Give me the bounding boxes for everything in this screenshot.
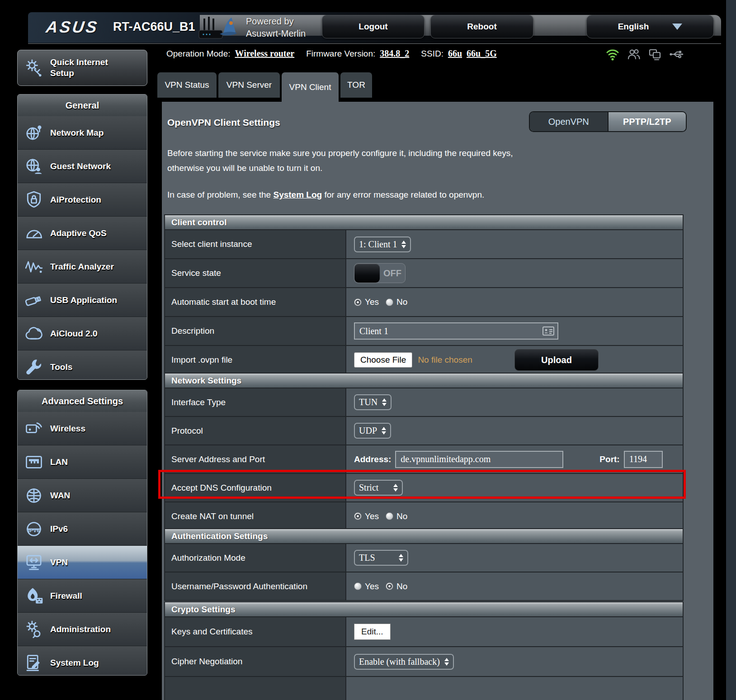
clients-icon[interactable] bbox=[626, 47, 642, 62]
description-input[interactable] bbox=[354, 322, 558, 340]
network-settings-table: Network Settings Interface Type TUN Prot… bbox=[164, 373, 684, 531]
network-map-icon bbox=[18, 123, 50, 143]
wifi-icon[interactable] bbox=[605, 47, 620, 62]
row-label: Create NAT on tunnel bbox=[165, 502, 345, 530]
userpass-no-radio[interactable] bbox=[386, 582, 393, 590]
nat-yes-radio[interactable] bbox=[354, 512, 362, 520]
sidebar-item-label: VPN bbox=[50, 558, 68, 568]
table-row-import-ovpn: Import .ovpn file Choose File No file ch… bbox=[165, 345, 683, 374]
router-model: RT-AC66U_B1 bbox=[113, 20, 195, 34]
service-state-toggle[interactable]: OFF bbox=[354, 263, 406, 283]
operation-mode-value[interactable]: Wireless router bbox=[235, 48, 295, 59]
sidebar-item-quick-internet-setup[interactable]: Quick Internet Setup bbox=[17, 50, 147, 86]
sidebar-item-traffic-analyzer[interactable]: Traffic Analyzer bbox=[18, 250, 147, 283]
usb-icon[interactable] bbox=[669, 47, 684, 62]
yes-label: Yes bbox=[365, 511, 379, 521]
powered-by-line2: Asuswrt-Merlin bbox=[246, 28, 306, 40]
sidebar-item-tools[interactable]: Tools bbox=[18, 350, 147, 380]
select-arrows-icon bbox=[401, 241, 406, 248]
sidebar-item-wireless[interactable]: Wireless bbox=[18, 412, 147, 445]
server-port-input[interactable] bbox=[624, 451, 663, 468]
pptp-l2tp-segment[interactable]: PPTP/L2TP bbox=[608, 112, 686, 131]
ssid-2g-value[interactable]: 66u bbox=[448, 48, 462, 59]
sidebar-item-ipv6[interactable]: IPV6 IPv6 bbox=[18, 512, 147, 545]
tab-vpn-status[interactable]: VPN Status bbox=[157, 72, 217, 98]
powered-by-line1: Powered by bbox=[246, 15, 306, 28]
system-log-link[interactable]: System Log bbox=[273, 190, 322, 199]
select-arrows-icon bbox=[444, 658, 449, 666]
protocol-value: UDP bbox=[359, 426, 377, 436]
sidebar-item-label: AiCloud 2.0 bbox=[50, 329, 98, 339]
crypto-settings-table: Crypto Settings Keys and Certificates Ed… bbox=[164, 601, 684, 700]
interface-type-value: TUN bbox=[359, 397, 377, 407]
usb-stick-icon bbox=[18, 290, 50, 310]
sidebar-item-aiprotection[interactable]: AiProtection bbox=[18, 183, 147, 216]
sidebar-item-label: USB Application bbox=[50, 295, 117, 305]
select-arrows-icon bbox=[382, 427, 386, 435]
sidebar-item-lan[interactable]: LAN bbox=[18, 445, 147, 478]
sidebar-item-administration[interactable]: Administration bbox=[18, 612, 147, 646]
sidebar-item-label: Firewall bbox=[50, 591, 82, 601]
yes-label: Yes bbox=[365, 297, 379, 307]
status-icons bbox=[605, 47, 684, 62]
no-label: No bbox=[396, 582, 407, 591]
row-label: Select client instance bbox=[165, 230, 345, 258]
openvpn-segment[interactable]: OpenVPN bbox=[530, 112, 608, 131]
reboot-button[interactable]: Reboot bbox=[430, 15, 533, 38]
ipv6-icon: IPV6 bbox=[18, 519, 50, 539]
table-row-server-address: Server Address and Port Address: Port: bbox=[165, 445, 683, 473]
language-dropdown[interactable]: English bbox=[586, 15, 714, 38]
autostart-yes-radio[interactable] bbox=[354, 298, 362, 306]
waveform-icon bbox=[18, 257, 50, 277]
sidebar-item-firewall[interactable]: Firewall bbox=[18, 579, 147, 612]
table-row-interface-type: Interface Type TUN bbox=[165, 388, 683, 416]
lan-port-icon bbox=[18, 452, 50, 472]
vpn-tab-bar: VPN Status VPN Server VPN Client TOR bbox=[157, 72, 372, 102]
client-instance-select[interactable]: 1: Client 1 bbox=[354, 236, 411, 252]
tab-vpn-server[interactable]: VPN Server bbox=[218, 72, 280, 98]
sidebar-item-network-map[interactable]: Network Map bbox=[18, 116, 147, 149]
client-list-icon[interactable] bbox=[543, 326, 554, 337]
sidebar-item-label: IPv6 bbox=[50, 524, 68, 534]
sidebar-item-aicloud[interactable]: AiCloud 2.0 bbox=[18, 317, 147, 350]
tab-tor[interactable]: TOR bbox=[340, 72, 372, 98]
ssid-5g-value[interactable]: 66u_5G bbox=[467, 48, 497, 59]
cipher-negotiation-select[interactable]: Enable (with fallback) bbox=[354, 654, 454, 670]
wrench-icon bbox=[18, 357, 50, 377]
interface-type-select[interactable]: TUN bbox=[354, 394, 392, 410]
vpn-type-toggle: OpenVPN PPTP/L2TP bbox=[529, 111, 687, 132]
sidebar-item-system-log[interactable]: System Log bbox=[18, 646, 147, 676]
sidebar-item-wan[interactable]: WAN bbox=[18, 478, 147, 512]
sidebar-item-label: LAN bbox=[50, 457, 68, 467]
tab-vpn-client[interactable]: VPN Client bbox=[282, 72, 339, 102]
accept-dns-select[interactable]: Strict bbox=[354, 480, 403, 496]
sidebar-item-adaptive-qos[interactable]: Adaptive QoS bbox=[18, 216, 147, 250]
protocol-select[interactable]: UDP bbox=[354, 423, 391, 439]
edit-keys-button[interactable]: Edit... bbox=[354, 624, 391, 640]
client-control-table: Client control Select client instance 1:… bbox=[164, 214, 684, 375]
server-address-input[interactable] bbox=[395, 451, 563, 468]
userpass-yes-radio[interactable] bbox=[354, 582, 362, 590]
nat-no-radio[interactable] bbox=[386, 512, 393, 520]
client-instance-value: 1: Client 1 bbox=[359, 239, 397, 250]
devices-icon[interactable] bbox=[647, 47, 663, 62]
note-suffix: for any error message related to openvpn… bbox=[322, 190, 484, 199]
gear-icon bbox=[18, 620, 50, 639]
sidebar-item-usb-application[interactable]: USB Application bbox=[18, 283, 147, 317]
row-label: Service state bbox=[165, 259, 345, 287]
logout-button[interactable]: Logout bbox=[322, 15, 425, 38]
autostart-no-radio[interactable] bbox=[386, 298, 393, 306]
chevron-down-icon bbox=[672, 24, 682, 30]
upload-button[interactable]: Upload bbox=[514, 349, 599, 371]
network-settings-header: Network Settings bbox=[165, 374, 683, 388]
operation-mode-label: Operation Mode: bbox=[166, 49, 231, 59]
wireless-icon bbox=[18, 419, 50, 439]
authorization-mode-select[interactable]: TLS bbox=[354, 550, 408, 566]
sidebar-general-section: General Network Map Guest Network AiProt… bbox=[17, 94, 147, 380]
sidebar-item-guest-network[interactable]: Guest Network bbox=[18, 149, 147, 183]
firmware-value[interactable]: 384.8_2 bbox=[380, 48, 409, 59]
sidebar-item-vpn[interactable]: VPN bbox=[18, 545, 147, 579]
choose-file-button[interactable]: Choose File bbox=[354, 352, 412, 368]
banner-divider bbox=[28, 43, 721, 44]
row-label: Protocol bbox=[165, 417, 345, 445]
